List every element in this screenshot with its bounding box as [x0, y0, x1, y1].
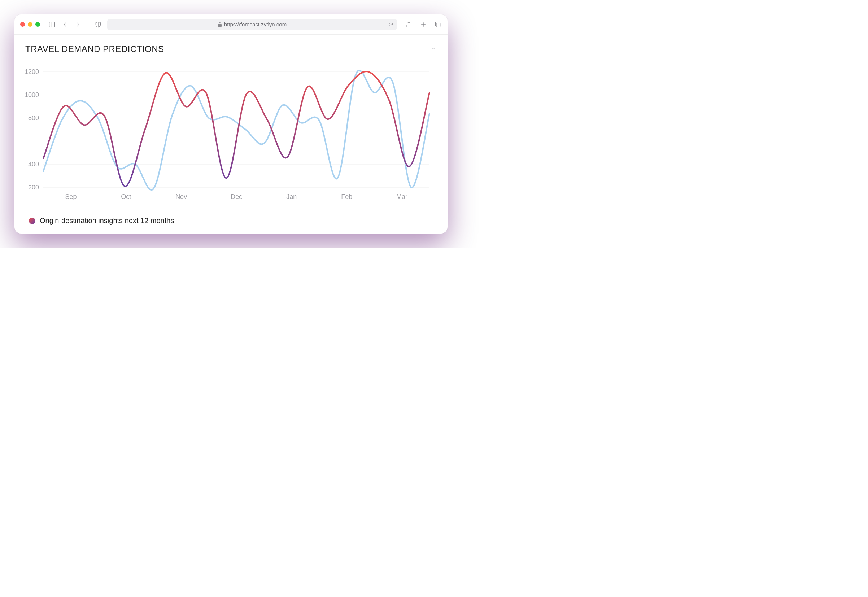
collapse-icon[interactable] — [430, 45, 437, 53]
svg-text:1000: 1000 — [25, 91, 39, 98]
svg-text:Feb: Feb — [341, 193, 352, 200]
forward-button[interactable] — [74, 21, 82, 28]
legend-label: Origin-destination insights next 12 mont… — [40, 217, 174, 225]
shield-icon[interactable] — [94, 21, 102, 28]
reload-icon[interactable] — [388, 22, 393, 27]
legend-swatch — [29, 218, 36, 224]
back-button[interactable] — [61, 21, 69, 28]
page-title: TRAVEL DEMAND PREDICTIONS — [25, 44, 164, 54]
browser-window: https://forecast.zytlyn.com TRAVEL DEMAN… — [15, 15, 448, 233]
series-baseline — [43, 70, 429, 190]
new-tab-icon[interactable] — [419, 21, 427, 28]
svg-rect-4 — [436, 23, 440, 27]
address-bar[interactable]: https://forecast.zytlyn.com — [107, 19, 397, 30]
svg-rect-0 — [49, 22, 55, 27]
chart-area: 20040080010001200 SepOctNovDecJanFebMar — [15, 61, 448, 209]
svg-text:Jan: Jan — [286, 193, 297, 200]
series-forecast — [43, 71, 429, 186]
legend: Origin-destination insights next 12 mont… — [15, 209, 448, 233]
maximize-window-button[interactable] — [36, 22, 40, 27]
url-text: https://forecast.zytlyn.com — [224, 21, 286, 27]
svg-text:Nov: Nov — [175, 193, 187, 200]
svg-text:Mar: Mar — [396, 193, 408, 200]
svg-text:400: 400 — [28, 160, 39, 168]
svg-text:800: 800 — [28, 114, 39, 122]
svg-text:Oct: Oct — [121, 193, 131, 200]
traffic-lights — [20, 22, 40, 27]
close-window-button[interactable] — [20, 22, 25, 27]
minimize-window-button[interactable] — [28, 22, 33, 27]
browser-toolbar: https://forecast.zytlyn.com — [15, 15, 448, 35]
lock-icon — [218, 22, 222, 27]
tabs-overview-icon[interactable] — [434, 21, 442, 28]
svg-text:Sep: Sep — [65, 193, 77, 200]
svg-text:200: 200 — [28, 184, 39, 191]
share-icon[interactable] — [405, 21, 413, 28]
svg-text:Dec: Dec — [231, 193, 242, 200]
svg-text:1200: 1200 — [25, 68, 39, 76]
card-header: TRAVEL DEMAND PREDICTIONS — [15, 35, 448, 61]
sidebar-toggle-icon[interactable] — [48, 21, 56, 28]
line-chart: 20040080010001200 SepOctNovDecJanFebMar — [18, 68, 437, 205]
